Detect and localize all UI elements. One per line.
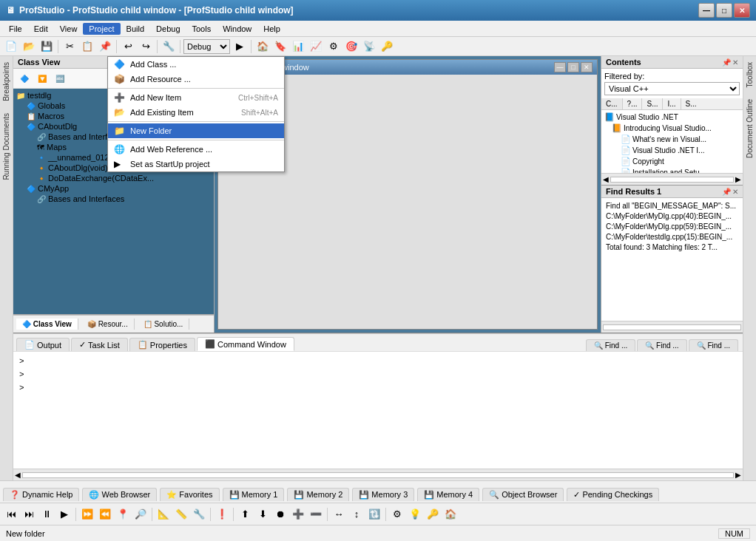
class-new-class[interactable]: 🔷 <box>16 70 33 86</box>
tab-pending-checkings[interactable]: ✓ Pending Checkings <box>567 488 659 501</box>
tab-s2[interactable]: S... <box>681 98 701 109</box>
tree-item[interactable]: 🔸DoDataExchange(CDataEx... <box>13 173 214 183</box>
tree-item[interactable]: 🔷CMyApp <box>13 183 214 194</box>
btoolbar-1[interactable]: ⏮ <box>3 506 19 523</box>
menu-view[interactable]: View <box>54 23 84 35</box>
btoolbar-12[interactable]: ❗ <box>214 506 230 523</box>
menu-add-class[interactable]: 🔷 Add Class ... <box>108 57 284 72</box>
btoolbar-3[interactable]: ⏸ <box>38 506 55 523</box>
btoolbar-9[interactable]: 📐 <box>155 506 172 523</box>
btoolbar-8[interactable]: 🔎 <box>132 506 149 523</box>
toolbar-extra-7[interactable]: 📡 <box>361 38 377 55</box>
toolbar-build[interactable]: 🔧 <box>161 38 177 55</box>
menu-debug[interactable]: Debug <box>150 23 186 35</box>
contents-item-intro[interactable]: 📙 Introducing Visual Studio... <box>601 123 743 134</box>
menu-add-new-item[interactable]: ➕ Add New Item Ctrl+Shift+A <box>108 90 284 105</box>
tab-object-browser[interactable]: 🔍 Object Browser <box>482 488 564 501</box>
btoolbar-18[interactable]: ↔ <box>331 506 347 523</box>
toolbar-open[interactable]: 📂 <box>21 38 37 55</box>
contents-item-install[interactable]: 📄 Visual Studio .NET I... <box>601 145 743 156</box>
cmd-scrollbar[interactable]: ◀ ▶ <box>13 469 743 480</box>
toolbar-paste[interactable]: 📌 <box>97 38 113 55</box>
tab-output[interactable]: 📄 Output <box>16 338 70 351</box>
find-pin[interactable]: 📌 <box>722 188 731 196</box>
contents-pin[interactable]: 📌 <box>722 58 731 67</box>
tab-favorites[interactable]: ⭐ Favorites <box>160 488 219 501</box>
contents-item-vs[interactable]: 📘 Visual Studio .NET <box>601 112 743 123</box>
tab-i[interactable]: I... <box>663 98 681 109</box>
menu-add-resource[interactable]: 📦 Add Resource ... <box>108 72 284 86</box>
class-sort[interactable]: 🔤 <box>52 70 68 86</box>
btoolbar-22[interactable]: 💡 <box>407 506 423 523</box>
scroll-track[interactable] <box>610 177 734 183</box>
cmd-scroll-track[interactable] <box>22 472 734 478</box>
btoolbar-15[interactable]: ⏺ <box>272 506 288 523</box>
toolbar-copy[interactable]: 📋 <box>79 38 95 55</box>
tab-find-1[interactable]: 🔍 Find ... <box>586 339 635 351</box>
vert-tab-document-outline[interactable]: Document Outline <box>744 93 755 164</box>
btoolbar-20[interactable]: 🔃 <box>366 506 382 523</box>
btoolbar-17[interactable]: ➖ <box>308 506 324 523</box>
btoolbar-7[interactable]: 📍 <box>115 506 131 523</box>
scroll-right[interactable]: ▶ <box>734 471 743 479</box>
toolbar-extra-3[interactable]: 📊 <box>290 38 306 55</box>
tab-s1[interactable]: S... <box>642 98 663 109</box>
btoolbar-2[interactable]: ⏭ <box>21 506 37 523</box>
contents-item-setup[interactable]: 📄 Installation and Setu... <box>601 167 743 173</box>
tab-properties[interactable]: 📋 Properties <box>129 338 195 351</box>
find-scroll-track[interactable] <box>603 324 741 330</box>
tab-memory-2[interactable]: 💾 Memory 2 <box>287 488 349 501</box>
tab-web-browser[interactable]: 🌐 Web Browser <box>82 488 157 501</box>
tab-memory-4[interactable]: 💾 Memory 4 <box>417 488 479 501</box>
tab-dynamic-help[interactable]: ❓ Dynamic Help <box>3 488 79 501</box>
toolbar-extra-1[interactable]: 🏠 <box>254 38 271 55</box>
tab-find-3[interactable]: 🔍 Find ... <box>689 339 738 351</box>
toolbar-extra-6[interactable]: 🎯 <box>343 38 360 55</box>
tab-class-view[interactable]: 🔷 Class View <box>16 319 78 330</box>
btoolbar-6[interactable]: ⏪ <box>97 506 113 523</box>
close-button[interactable]: ✕ <box>734 3 750 18</box>
scroll-left-icon[interactable]: ◀ <box>603 175 609 183</box>
btoolbar-16[interactable]: ➕ <box>290 506 306 523</box>
filter-select[interactable]: Visual C++ All <box>604 82 740 95</box>
menu-window[interactable]: Window <box>217 23 257 35</box>
btoolbar-24[interactable]: 🏠 <box>442 506 459 523</box>
menu-add-web-ref[interactable]: 🌐 Add Web Reference ... <box>108 142 284 157</box>
contents-close[interactable]: ✕ <box>732 58 738 67</box>
scroll-right-icon[interactable]: ▶ <box>735 175 741 183</box>
btoolbar-13[interactable]: ⬆ <box>237 506 253 523</box>
find-scrollbar[interactable] <box>601 321 743 333</box>
btoolbar-11[interactable]: 🔧 <box>191 506 207 523</box>
menu-edit[interactable]: Edit <box>28 23 54 35</box>
toolbar-undo[interactable]: ↩ <box>120 38 136 55</box>
tab-find-2[interactable]: 🔍 Find ... <box>637 339 686 351</box>
vert-tab-toolbox[interactable]: Toolbox <box>744 56 755 93</box>
class-filter[interactable]: 🔽 <box>34 70 50 86</box>
debug-dropdown[interactable]: Debug Release <box>183 39 230 54</box>
menu-project[interactable]: Project <box>83 23 120 35</box>
btoolbar-14[interactable]: ⬇ <box>254 506 271 523</box>
mdi-minimize[interactable]: — <box>554 62 566 72</box>
mdi-maximize[interactable]: □ <box>567 62 579 72</box>
btoolbar-21[interactable]: ⚙ <box>389 506 405 523</box>
vert-tab-running-docs[interactable]: Running Documents <box>1 107 12 186</box>
minimize-button[interactable]: — <box>698 3 715 18</box>
tab-memory-3[interactable]: 💾 Memory 3 <box>352 488 414 501</box>
tab-solution[interactable]: 📋 Solutio... <box>138 319 190 330</box>
menu-set-startup[interactable]: ▶ Set as StartUp project <box>108 157 284 171</box>
tab-command-window[interactable]: ⬛ Command Window <box>197 337 294 351</box>
menu-help[interactable]: Help <box>257 23 286 35</box>
command-content[interactable]: > > > <box>13 352 743 469</box>
vert-tab-breakpoints[interactable]: Breakpoints <box>1 56 12 107</box>
toolbar-extra-5[interactable]: ⚙ <box>325 38 342 55</box>
tab-memory-1[interactable]: 💾 Memory 1 <box>223 488 285 501</box>
tree-item[interactable]: 🔗Bases and Interfaces <box>13 194 214 204</box>
menu-add-existing-item[interactable]: 📂 Add Existing Item Shift+Alt+A <box>108 105 284 120</box>
menu-new-folder[interactable]: 📁 New Folder <box>108 123 284 138</box>
tab-task-list[interactable]: ✓ Task List <box>71 338 128 351</box>
toolbar-redo[interactable]: ↪ <box>138 38 154 55</box>
toolbar-cut[interactable]: ✂ <box>61 38 78 55</box>
maximize-button[interactable]: □ <box>716 3 732 18</box>
scroll-left[interactable]: ◀ <box>13 471 22 479</box>
menu-tools[interactable]: Tools <box>186 23 217 35</box>
